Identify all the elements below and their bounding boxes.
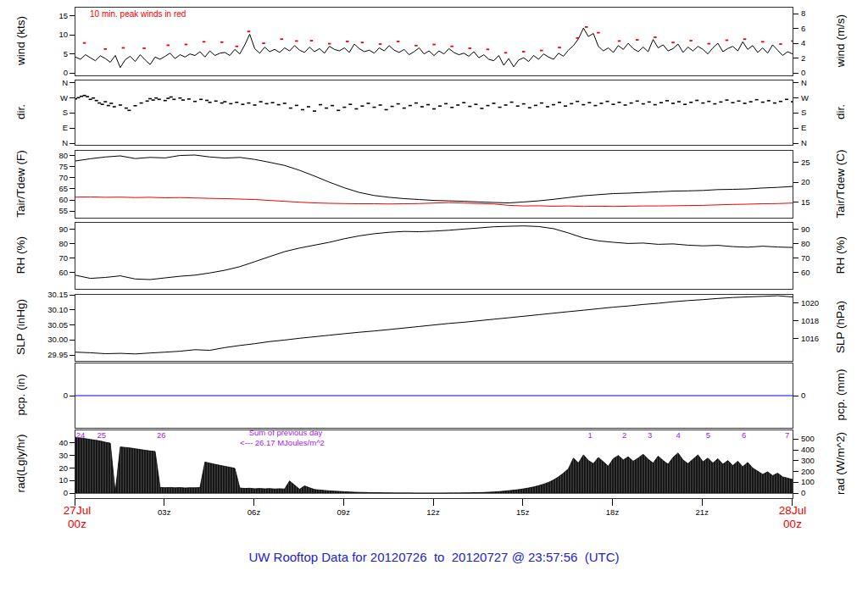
x-axis-tick: [75, 499, 75, 506]
rh-ytick-mark: [793, 258, 798, 258]
wind-ytick-mark: [793, 73, 798, 74]
slp-axis-label-left: SLP (inHg): [14, 299, 27, 355]
relative-humidity-panel: [75, 222, 793, 290]
rh-axis-label-right: RH (%): [834, 236, 847, 274]
rad-axis-label-right: rad (W/m^2): [834, 432, 847, 495]
x-axis-tick-label: 18z: [606, 507, 619, 517]
dir-ytick-label: W: [801, 94, 852, 103]
wind-direction-panel: [75, 80, 793, 146]
temp-ytick-label: 70: [0, 174, 68, 182]
mj-sum-marker: 6: [742, 430, 746, 440]
mj-sum-marker: 1: [587, 430, 592, 440]
slp-ytick-mark: [70, 340, 75, 341]
temperature-plot: [75, 151, 793, 218]
mj-sum-marker: 4: [676, 430, 680, 440]
dir-axis-label-right: dir.: [834, 104, 847, 119]
wind-axis-label-left: wind (kts): [14, 16, 27, 65]
end-date-line: 28Jul: [763, 504, 822, 518]
temp-ytick-label: 55: [0, 207, 68, 215]
wind-ytick-mark: [70, 73, 75, 74]
rh-ytick-mark: [70, 272, 75, 273]
wind-ytick-mark: [793, 43, 798, 44]
wind-ytick-mark: [70, 35, 75, 36]
temperature-dewpoint-panel: [75, 150, 793, 219]
wind-ytick-label: 0: [801, 69, 852, 77]
rad-ytick-mark: [70, 442, 75, 443]
temp-series-line: [75, 197, 793, 206]
temp-ytick-label: 75: [0, 163, 68, 171]
end-hour-line: 00z: [763, 518, 822, 531]
rh-ytick-label: 70: [0, 254, 68, 263]
precipitation-panel: [75, 363, 793, 429]
dir-ytick-mark: [70, 113, 75, 114]
dir-axis-label-left: dir.: [14, 104, 27, 119]
slp-ytick-mark: [793, 302, 798, 303]
dir-ytick-label: N: [801, 79, 852, 87]
rh-ytick-mark: [793, 243, 798, 244]
wind-ytick-mark: [793, 28, 798, 29]
dir-ytick-mark: [70, 82, 75, 83]
dir-ytick-label: W: [0, 94, 68, 103]
rh-ytick-mark: [70, 243, 75, 244]
rh-ytick-label: 80: [0, 240, 68, 248]
rh-series-line: [75, 226, 793, 280]
peak-winds-note: 10 min. peak winds in red: [90, 9, 186, 19]
dir-ytick-label: N: [801, 139, 852, 147]
temp-ytick-mark: [70, 177, 75, 178]
x-axis-tick-label: 09z: [337, 507, 350, 517]
rad-ytick-mark: [793, 493, 798, 494]
rad-ytick-label: 20: [0, 464, 68, 473]
rad-ytick-label: 0: [0, 489, 68, 497]
temp-axis-label-right: Tair/Tdew (C): [834, 149, 847, 218]
pcp-ytick-mark: [793, 396, 798, 396]
x-axis-tick: [433, 499, 434, 506]
mj-sum-marker: 26: [157, 430, 166, 440]
wind-ytick-mark: [70, 15, 75, 16]
rad-ytick-mark: [793, 450, 798, 451]
mj-sum-marker: 25: [97, 430, 106, 440]
temp-ytick-label: 65: [0, 185, 68, 193]
slp-ytick-mark: [70, 355, 75, 356]
rh-ytick-mark: [70, 258, 75, 258]
start-date-line: 27Jul: [47, 504, 107, 518]
pressure-plot: [75, 295, 793, 361]
rad-ytick-label: 40: [0, 439, 68, 447]
dir-ytick-label: S: [0, 108, 68, 117]
dir-ytick-mark: [70, 128, 75, 129]
temp-axis-label-left: Tair/Tdew (F): [14, 150, 27, 218]
humidity-plot: [75, 223, 793, 289]
dir-ytick-mark: [793, 113, 798, 114]
x-axis-tick-label: 06z: [248, 507, 260, 517]
pcp-axis-label-left: pcp. (in): [14, 374, 27, 416]
slp-ytick-mark: [70, 324, 75, 325]
wind-ytick-label: 15: [0, 12, 68, 20]
slp-ytick-label: 30.00: [0, 335, 68, 344]
weather-meteogram-figure: 10 min. peak winds in red Sum of previou…: [0, 0, 868, 593]
rh-ytick-mark: [70, 229, 75, 230]
rad-ytick-mark: [70, 493, 75, 494]
rad-ytick-mark: [793, 471, 798, 472]
radiation-sum-value: <--- 26.17 MJoules/m^2: [214, 438, 350, 447]
dir-ytick-mark: [793, 82, 798, 83]
x-axis-tick: [343, 499, 344, 506]
temp-ytick-mark: [70, 211, 75, 212]
rad-ytick-mark: [793, 460, 798, 461]
start-hour-line: 00z: [47, 518, 107, 531]
rad-ytick-mark: [70, 455, 75, 456]
dir-ytick-mark: [793, 97, 798, 98]
temp-ytick-label: 80: [0, 152, 68, 160]
temp-ytick-mark: [793, 182, 798, 183]
mj-sum-marker: 2: [622, 430, 626, 440]
dir-ytick-mark: [793, 128, 798, 129]
rh-ytick-label: 90: [801, 225, 852, 234]
radiation-plot: [75, 430, 793, 498]
wind-ytick-label: 10: [0, 30, 68, 39]
temp-ytick-mark: [70, 188, 75, 189]
rad-axis-label-left: rad(Lgly/hr): [14, 434, 27, 492]
dir-ytick-mark: [793, 143, 798, 144]
rh-ytick-label: 90: [0, 225, 68, 234]
rad-ytick-label: 30: [0, 452, 68, 460]
x-axis-start-date: 27Jul 00z: [47, 504, 107, 531]
wind-direction-plot: [75, 80, 793, 145]
slp-ytick-label: 30.05: [0, 321, 68, 330]
